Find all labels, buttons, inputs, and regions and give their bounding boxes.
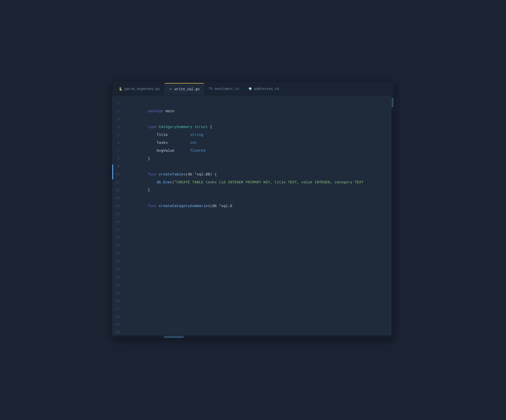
line-num-27: 27 xyxy=(114,305,126,313)
func-createcatsummaries: createCategorySummaries xyxy=(159,204,210,208)
code-line-21: 21 xyxy=(114,257,391,265)
tab-label: sentiment.ts xyxy=(214,87,239,91)
editor-container: 🐍 parse_expenses.py ∞ write_sql.go TS se… xyxy=(112,82,394,338)
code-line-16: 16 xyxy=(114,218,391,226)
code-line-26: 26 xyxy=(114,297,391,305)
paren-open-2: ( xyxy=(210,204,212,208)
line-num-30: 30 xyxy=(114,329,126,336)
tab-write-sql[interactable]: ∞ write_sql.go xyxy=(164,83,204,95)
code-line-13: 13 func createCategorySummaries(db *sql.… xyxy=(114,194,391,202)
ts-file-icon: TS xyxy=(209,87,212,91)
line-num-4: 4 xyxy=(114,123,126,131)
scrollbar-thumb[interactable] xyxy=(392,97,394,107)
line-num-16: 16 xyxy=(114,218,126,226)
code-line-24: 24 xyxy=(114,281,391,289)
line-num-10: 10 xyxy=(114,170,126,178)
line-num-17: 17 xyxy=(114,226,126,234)
code-line-29: 29 xyxy=(114,321,391,329)
tab-label: parse_expenses.py xyxy=(125,87,160,91)
code-line-7: 7 } xyxy=(114,147,391,155)
code-line-10: 10 db.Exec("CREATE TABLE tasks (id INTEG… xyxy=(114,170,391,178)
code-line-22: 22 xyxy=(114,265,391,273)
h-scrollbar-thumb[interactable] xyxy=(164,336,184,338)
go-file-icon: ∞ xyxy=(169,87,173,91)
code-line-3: 3 type CategorySummary struct { xyxy=(114,115,391,123)
line-num-22: 22 xyxy=(114,265,126,273)
rb-file-icon: 💎 xyxy=(248,87,252,91)
line-num-28: 28 xyxy=(114,313,126,321)
code-line-20: 20 xyxy=(114,250,391,257)
line-num-6: 6 xyxy=(114,139,126,147)
line-num-23: 23 xyxy=(114,273,126,281)
space xyxy=(157,204,159,208)
line-num-5: 5 xyxy=(114,131,126,139)
line-num-19: 19 xyxy=(114,242,126,250)
code-line-11: 11 } xyxy=(114,178,391,186)
line-num-14: 14 xyxy=(114,202,126,210)
code-line-1: 1 package main xyxy=(114,99,391,107)
tab-addresses[interactable]: 💎 addresses.rb xyxy=(244,83,283,95)
code-area[interactable]: 1 package main 2 3 type CategorySummary … xyxy=(114,95,391,336)
code-line-5: 5 Tasks int xyxy=(114,131,391,139)
code-line-18: 18 xyxy=(114,234,391,242)
code-line-19: 19 xyxy=(114,242,391,250)
line-num-15: 15 xyxy=(114,210,126,218)
line-num-8: 8 xyxy=(114,155,126,163)
line-num-9: 9 xyxy=(114,163,126,170)
code-line-30: 30 xyxy=(114,329,391,336)
line-num-1: 1 xyxy=(114,99,126,107)
line-num-12: 12 xyxy=(114,186,126,194)
python-file-icon: 🐍 xyxy=(119,87,123,91)
code-line-9: 9 func createTables(db *sql.DB) { xyxy=(114,163,391,170)
code-line-4: 4 Title string xyxy=(114,123,391,131)
pkg-name: main xyxy=(163,109,174,113)
tab-bar: 🐍 parse_expenses.py ∞ write_sql.go TS se… xyxy=(112,82,394,95)
keyword-package: package xyxy=(148,109,163,113)
line-num-3: 3 xyxy=(114,115,126,123)
vertical-scrollbar[interactable] xyxy=(391,95,394,336)
code-line-17: 17 xyxy=(114,226,391,234)
line-content-13: func createCategorySummaries(db *sql.D xyxy=(126,194,386,218)
tab-label: write_sql.go xyxy=(175,87,200,91)
line-num-2: 2 xyxy=(114,107,126,115)
line-num-13: 13 xyxy=(114,194,126,202)
param-db-2: db *sql.D xyxy=(212,204,232,208)
closing-brace: } xyxy=(148,157,150,161)
code-line-6: 6 AvgValue float64 xyxy=(114,139,391,147)
code-line-23: 23 xyxy=(114,273,391,281)
tab-parse-expenses[interactable]: 🐍 parse_expenses.py xyxy=(114,83,164,95)
keyword-func-2: func xyxy=(148,204,157,208)
line-num-7: 7 xyxy=(114,147,126,155)
tab-sentiment[interactable]: TS sentiment.ts xyxy=(204,83,244,95)
code-line-28: 28 xyxy=(114,313,391,321)
line-num-20: 20 xyxy=(114,250,126,257)
line-num-21: 21 xyxy=(114,257,126,265)
horizontal-scrollbar[interactable] xyxy=(112,336,394,338)
tab-label: addresses.rb xyxy=(254,87,279,91)
closing-brace-func: } xyxy=(148,188,150,192)
line-num-11: 11 xyxy=(114,178,126,186)
line-num-18: 18 xyxy=(114,234,126,242)
code-line-27: 27 xyxy=(114,305,391,313)
line-num-29: 29 xyxy=(114,321,126,329)
line-indicator xyxy=(112,165,113,179)
line-num-26: 26 xyxy=(114,297,126,305)
line-num-24: 24 xyxy=(114,281,126,289)
code-line-25: 25 xyxy=(114,289,391,297)
editor-body: 1 package main 2 3 type CategorySummary … xyxy=(112,95,394,336)
line-num-25: 25 xyxy=(114,289,126,297)
